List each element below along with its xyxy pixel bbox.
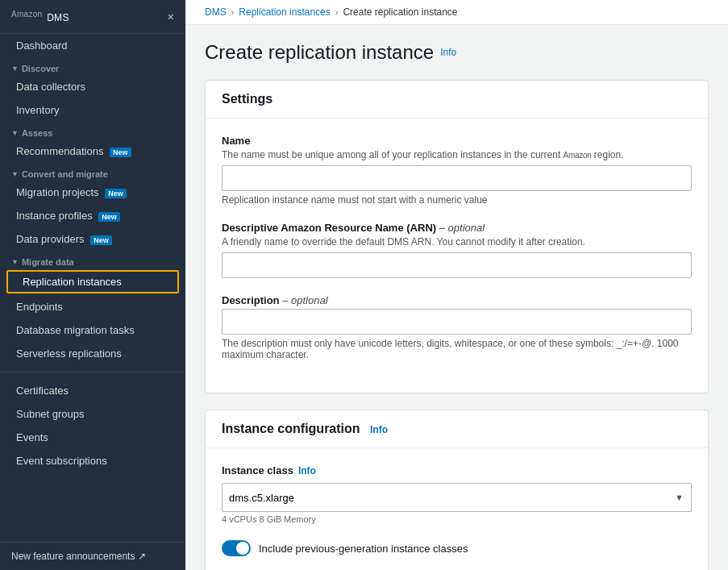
breadcrumb: DMS › Replication instances › Create rep…	[185, 0, 728, 25]
sidebar-section-discover[interactable]: Discover	[0, 57, 185, 75]
instance-config-header: Instance configuration Info	[206, 410, 708, 448]
sidebar-item-event-subscriptions[interactable]: Event subscriptions	[0, 449, 185, 472]
arn-input[interactable]	[222, 252, 692, 278]
sidebar-header: Amazon DMS ×	[0, 0, 185, 34]
previous-gen-toggle-row: Include previous-generation instance cla…	[222, 540, 692, 556]
sidebar-item-instance-profiles[interactable]: Instance profiles New	[0, 204, 185, 227]
sidebar-item-db-migration-tasks[interactable]: Database migration tasks	[0, 318, 185, 342]
recommendations-badge: New	[110, 148, 131, 157]
breadcrumb-current: Create replication instance	[343, 6, 457, 18]
sidebar-item-subnet-groups[interactable]: Subnet groups	[0, 402, 185, 426]
arn-desc: A friendly name to override the default …	[222, 236, 692, 248]
name-label: Name	[222, 135, 692, 147]
amazon-small-text: Amazon	[564, 151, 592, 160]
sidebar-item-replication-instances[interactable]: Replication instances	[6, 270, 179, 293]
sidebar-section-assess[interactable]: Assess	[0, 122, 185, 139]
settings-title: Settings	[222, 92, 692, 106]
name-input[interactable]	[222, 165, 692, 191]
breadcrumb-sep-2: ›	[335, 7, 339, 17]
sidebar-item-inventory[interactable]: Inventory	[0, 98, 185, 122]
content-area: Create replication instance Info Setting…	[185, 25, 728, 570]
sidebar-item-data-providers[interactable]: Data providers New	[0, 227, 185, 251]
settings-header: Settings	[206, 81, 708, 119]
sidebar-item-events[interactable]: Events	[0, 426, 185, 449]
data-providers-badge: New	[90, 235, 112, 245]
settings-body: Name The name must be unique among all o…	[206, 119, 708, 393]
desc-hint: The description must only have unicode l…	[222, 338, 692, 360]
sidebar-section-convert[interactable]: Convert and migrate	[0, 163, 185, 181]
instance-config-title: Instance configuration Info	[222, 422, 692, 436]
instance-config-body: Instance class Info dms.c5.xlarge dms.c5…	[206, 448, 708, 570]
page-title: Create replication instance	[205, 41, 434, 64]
description-label: Description – optional	[222, 294, 692, 306]
instance-profiles-badge: New	[98, 212, 120, 222]
previous-gen-label: Include previous-generation instance cla…	[259, 543, 468, 555]
name-desc: The name must be unique among all of you…	[222, 149, 692, 160]
arn-optional: – optional	[439, 222, 485, 234]
desc-optional: – optional	[282, 294, 327, 306]
page-header: Create replication instance Info	[205, 41, 709, 64]
instance-class-label: Instance class Info	[222, 464, 692, 476]
sidebar-new-features[interactable]: New feature announcements ↗	[0, 542, 185, 570]
settings-card: Settings Name The name must be unique am…	[205, 80, 709, 393]
logo-prefix: Amazon	[11, 10, 43, 19]
instance-config-card: Instance configuration Info Instance cla…	[205, 410, 709, 570]
arn-label: Descriptive Amazon Resource Name (ARN) –…	[222, 222, 692, 234]
description-input[interactable]	[222, 309, 692, 335]
sidebar-item-migration-projects[interactable]: Migration projects New	[0, 181, 185, 204]
arn-field-group: Descriptive Amazon Resource Name (ARN) –…	[222, 222, 692, 278]
instance-class-select[interactable]: dms.c5.xlarge dms.c5.2xlarge dms.c5.4xla…	[222, 483, 692, 512]
page-info-link[interactable]: Info	[440, 47, 456, 58]
migration-projects-badge: New	[105, 189, 127, 198]
name-hint: Replication instance name must not start…	[222, 194, 692, 206]
breadcrumb-dms[interactable]: DMS	[205, 6, 227, 18]
sidebar-item-endpoints[interactable]: Endpoints	[0, 295, 185, 318]
sidebar-close-button[interactable]: ×	[168, 10, 174, 23]
sidebar-section-migrate[interactable]: Migrate data	[0, 251, 185, 268]
sidebar-divider-1	[0, 372, 185, 372]
instance-class-select-wrapper: dms.c5.xlarge dms.c5.2xlarge dms.c5.4xla…	[222, 483, 692, 512]
sidebar-item-data-collectors[interactable]: Data collectors	[0, 75, 185, 98]
sidebar: Amazon DMS × Dashboard Discover Data col…	[0, 0, 185, 570]
sidebar-item-serverless-replications[interactable]: Serverless replications	[0, 342, 185, 365]
sidebar-item-certificates[interactable]: Certificates	[0, 379, 185, 402]
main-content: DMS › Replication instances › Create rep…	[185, 0, 728, 570]
sidebar-item-dashboard[interactable]: Dashboard	[0, 34, 185, 57]
instance-class-info-link[interactable]: Info	[298, 465, 316, 476]
sidebar-item-recommendations[interactable]: Recommendations New	[0, 139, 185, 163]
breadcrumb-replication-instances[interactable]: Replication instances	[239, 6, 330, 18]
instance-class-group: Instance class Info dms.c5.xlarge dms.c5…	[222, 464, 692, 524]
sidebar-logo: Amazon DMS	[11, 10, 69, 23]
name-field-group: Name The name must be unique among all o…	[222, 135, 692, 206]
previous-gen-toggle[interactable]	[222, 540, 251, 556]
instance-class-desc: 4 vCPUs 8 GiB Memory	[222, 514, 692, 524]
description-field-group: Description – optional The description m…	[222, 294, 692, 360]
instance-config-info-link[interactable]: Info	[370, 424, 388, 435]
breadcrumb-sep-1: ›	[231, 7, 235, 17]
